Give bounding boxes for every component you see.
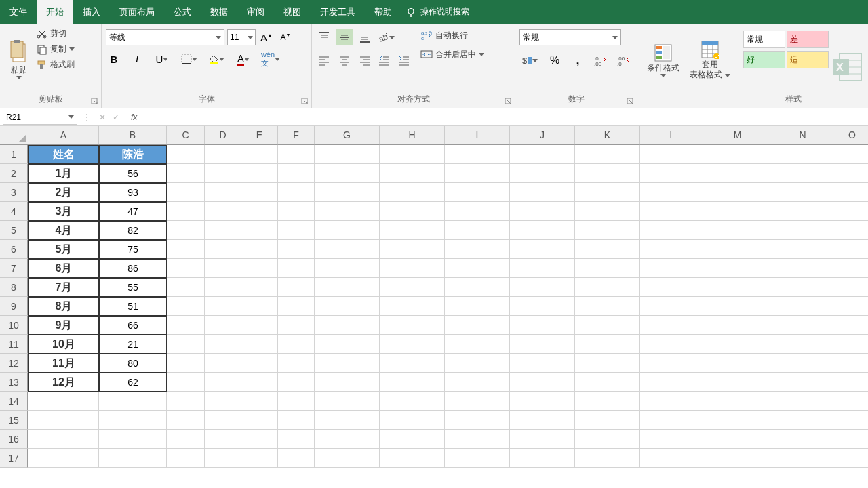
cell-B15[interactable] xyxy=(99,411,167,430)
cell-J9[interactable] xyxy=(510,297,575,316)
cell-D5[interactable] xyxy=(205,221,241,240)
grow-font-button[interactable]: A▲ xyxy=(258,29,275,45)
orientation-button[interactable]: ab xyxy=(376,29,396,45)
cell-F8[interactable] xyxy=(278,278,315,297)
style-good[interactable]: 好 xyxy=(743,51,785,68)
cell-B4[interactable]: 47 xyxy=(99,202,167,221)
cell-I12[interactable] xyxy=(445,354,510,373)
col-header-I[interactable]: I xyxy=(445,126,510,145)
cell-E1[interactable] xyxy=(241,145,278,164)
style-neutral[interactable]: 适 xyxy=(787,51,829,68)
cell-A16[interactable] xyxy=(28,430,99,449)
cell-N16[interactable] xyxy=(770,430,835,449)
cell-O11[interactable] xyxy=(835,335,868,354)
col-header-C[interactable]: C xyxy=(167,126,205,145)
cell-B5[interactable]: 82 xyxy=(99,221,167,240)
paste-button[interactable]: 粘贴 xyxy=(4,26,34,92)
cell-D13[interactable] xyxy=(205,373,241,392)
col-header-K[interactable]: K xyxy=(575,126,640,145)
expand-formula-icon[interactable]: ⋮ xyxy=(80,113,94,122)
row-header-6[interactable]: 6 xyxy=(0,240,28,259)
cell-B7[interactable]: 86 xyxy=(99,259,167,278)
cell-G11[interactable] xyxy=(315,335,380,354)
cell-H13[interactable] xyxy=(380,373,445,392)
cell-I5[interactable] xyxy=(445,221,510,240)
cell-H9[interactable] xyxy=(380,297,445,316)
cell-J7[interactable] xyxy=(510,259,575,278)
cell-N1[interactable] xyxy=(770,145,835,164)
cell-L12[interactable] xyxy=(640,354,705,373)
align-left-button[interactable] xyxy=(316,52,332,68)
number-format-select[interactable]: 常规 xyxy=(519,29,621,45)
cell-L13[interactable] xyxy=(640,373,705,392)
cell-E17[interactable] xyxy=(241,449,278,468)
cell-F3[interactable] xyxy=(278,183,315,202)
cell-L16[interactable] xyxy=(640,430,705,449)
cell-F4[interactable] xyxy=(278,202,315,221)
cell-L7[interactable] xyxy=(640,259,705,278)
col-header-F[interactable]: F xyxy=(278,126,315,145)
row-header-4[interactable]: 4 xyxy=(0,202,28,221)
cell-L4[interactable] xyxy=(640,202,705,221)
name-box[interactable]: R21 xyxy=(3,110,77,125)
cell-J12[interactable] xyxy=(510,354,575,373)
cell-F7[interactable] xyxy=(278,259,315,278)
cell-M3[interactable] xyxy=(705,183,770,202)
cell-N14[interactable] xyxy=(770,392,835,411)
cell-G3[interactable] xyxy=(315,183,380,202)
cell-A14[interactable] xyxy=(28,392,99,411)
row-header-7[interactable]: 7 xyxy=(0,259,28,278)
cell-F11[interactable] xyxy=(278,335,315,354)
cell-D14[interactable] xyxy=(205,392,241,411)
cell-M8[interactable] xyxy=(705,278,770,297)
cell-I11[interactable] xyxy=(445,335,510,354)
fill-color-button[interactable] xyxy=(206,51,226,67)
cell-F13[interactable] xyxy=(278,373,315,392)
col-header-N[interactable]: N xyxy=(770,126,835,145)
increase-indent-button[interactable] xyxy=(396,52,412,68)
cell-A12[interactable]: 11月 xyxy=(28,354,99,373)
cell-G6[interactable] xyxy=(315,240,380,259)
cut-button[interactable]: 剪切 xyxy=(37,28,75,39)
enter-formula-icon[interactable]: ✓ xyxy=(113,113,119,122)
cell-B14[interactable] xyxy=(99,392,167,411)
cell-A1[interactable]: 姓名 xyxy=(28,145,99,164)
cell-O14[interactable] xyxy=(835,392,868,411)
col-header-B[interactable]: B xyxy=(99,126,167,145)
cell-N5[interactable] xyxy=(770,221,835,240)
cell-A5[interactable]: 4月 xyxy=(28,221,99,240)
cell-N17[interactable] xyxy=(770,449,835,468)
decrease-indent-button[interactable] xyxy=(376,52,392,68)
cell-D11[interactable] xyxy=(205,335,241,354)
row-header-9[interactable]: 9 xyxy=(0,297,28,316)
cell-M9[interactable] xyxy=(705,297,770,316)
cell-L5[interactable] xyxy=(640,221,705,240)
col-header-A[interactable]: A xyxy=(28,126,99,145)
cell-M7[interactable] xyxy=(705,259,770,278)
cell-F16[interactable] xyxy=(278,430,315,449)
cell-L17[interactable] xyxy=(640,449,705,468)
cell-D4[interactable] xyxy=(205,202,241,221)
cell-L2[interactable] xyxy=(640,164,705,183)
cell-G2[interactable] xyxy=(315,164,380,183)
shrink-font-button[interactable]: A▼ xyxy=(277,29,294,45)
cell-M10[interactable] xyxy=(705,316,770,335)
phonetic-button[interactable]: wén文 xyxy=(260,51,281,67)
cell-J17[interactable] xyxy=(510,449,575,468)
cell-B6[interactable]: 75 xyxy=(99,240,167,259)
cell-I3[interactable] xyxy=(445,183,510,202)
cell-C12[interactable] xyxy=(167,354,205,373)
col-header-L[interactable]: L xyxy=(640,126,705,145)
cell-K17[interactable] xyxy=(575,449,640,468)
conditional-format-button[interactable]: 条件格式 xyxy=(643,26,684,94)
cell-M12[interactable] xyxy=(705,354,770,373)
tab-data[interactable]: 数据 xyxy=(201,0,237,24)
cell-N3[interactable] xyxy=(770,183,835,202)
cell-J8[interactable] xyxy=(510,278,575,297)
cell-E10[interactable] xyxy=(241,316,278,335)
cell-G16[interactable] xyxy=(315,430,380,449)
cell-I2[interactable] xyxy=(445,164,510,183)
row-header-2[interactable]: 2 xyxy=(0,164,28,183)
cell-I16[interactable] xyxy=(445,430,510,449)
cell-L15[interactable] xyxy=(640,411,705,430)
